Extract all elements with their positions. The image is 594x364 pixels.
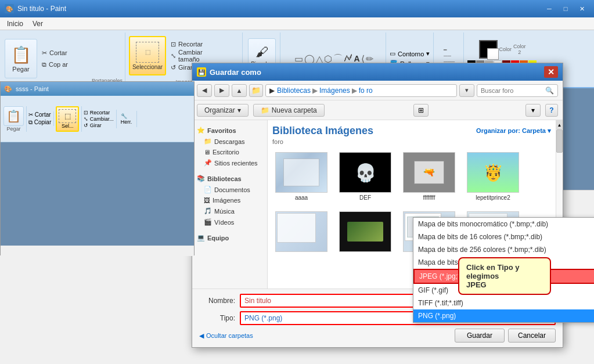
forward-btn[interactable]: ▶ bbox=[214, 84, 229, 97]
size-lines: ━───── bbox=[444, 47, 455, 64]
computer-icon: 💻 bbox=[197, 234, 205, 242]
window-title: Sin titulo - Paint bbox=[17, 5, 542, 13]
search-icon[interactable]: 🔍 bbox=[545, 87, 554, 95]
file-def[interactable]: 💀 DEF bbox=[336, 150, 394, 203]
crop-icon: ⊡ bbox=[171, 41, 176, 48]
second-status bbox=[1, 246, 194, 256]
recent-icon: 📌 bbox=[204, 159, 212, 167]
images-icon: 🖼 bbox=[204, 197, 210, 204]
dialog-close-btn[interactable]: ✕ bbox=[544, 66, 558, 78]
desktop-item[interactable]: 🖥 Escritorio bbox=[192, 147, 267, 157]
dialog-icon: 💾 bbox=[197, 67, 206, 77]
menu-inicio[interactable]: Inicio bbox=[2, 19, 28, 29]
scissors-icon: ✂ bbox=[42, 49, 47, 57]
second-title-bar: 🎨 ssss - Paint bbox=[1, 82, 194, 96]
menu-ver[interactable]: Ver bbox=[28, 19, 48, 29]
search-input[interactable] bbox=[481, 87, 545, 94]
second-paint-window: 🎨 ssss - Paint 📋 Pegar ✂ Cortar ⧉ Copiar… bbox=[0, 81, 195, 255]
addr-libraries[interactable]: Bibliotecas bbox=[277, 87, 311, 95]
cut-button[interactable]: ✂ Cortar bbox=[39, 48, 92, 58]
dialog-title-bar: 💾 Guardar como ✕ bbox=[192, 63, 563, 81]
organize-by: Organizar por: Carpeta ▾ bbox=[476, 127, 551, 135]
library-icon: 📚 bbox=[197, 175, 205, 182]
recortar-button[interactable]: ⊡ Recortar bbox=[168, 39, 221, 49]
close-btn[interactable]: ✕ bbox=[574, 3, 589, 15]
cancelar-btn[interactable]: Cancelar bbox=[508, 329, 556, 343]
copy-icon: ⧉ bbox=[42, 61, 46, 69]
copy-button[interactable]: ⧉ Cop ar bbox=[39, 59, 92, 70]
dialog-toolbar: ◀ ▶ ▲ 📁 ▶ Bibliotecas ▶ Imágenes ▶ fo ro… bbox=[192, 81, 563, 100]
computer-header[interactable]: 💻 Equipo bbox=[192, 232, 267, 243]
view-dropdown-btn[interactable]: ▾ bbox=[525, 104, 541, 117]
thumb-prince: 🤴 bbox=[467, 152, 519, 193]
color1-swatch[interactable] bbox=[479, 40, 498, 59]
app-icon: 🎨 bbox=[5, 4, 14, 13]
images-item[interactable]: 🖼 Imágenes bbox=[192, 195, 267, 206]
back-btn[interactable]: ◀ bbox=[197, 84, 212, 97]
documents-item[interactable]: 📄 Documentos bbox=[192, 184, 267, 195]
paint-window-background: 🎨 Sin titulo - Paint ─ □ ✕ Inicio Ver 📋 … bbox=[0, 0, 594, 364]
address-bar: ▶ Bibliotecas ▶ Imágenes ▶ fo ro bbox=[265, 84, 457, 97]
dialog-title-text: Guardar como bbox=[210, 68, 544, 77]
libraries-header[interactable]: 📚 Bibliotecas bbox=[192, 173, 267, 184]
menu-bar: Inicio Ver bbox=[0, 17, 594, 30]
view-toggle-btn[interactable]: ⊞ bbox=[413, 104, 429, 117]
videos-item[interactable]: 🎬 Vídeos bbox=[192, 217, 267, 228]
addr-images[interactable]: Imágenes bbox=[319, 87, 350, 95]
favorites-header[interactable]: ⭐ Favoritos bbox=[192, 125, 267, 136]
window-controls: ─ □ ✕ bbox=[542, 3, 589, 15]
contorno-row: ▭ Contorno ▾ bbox=[390, 50, 430, 57]
file-screen2[interactable] bbox=[272, 209, 330, 256]
nombre-label: Nombre: bbox=[199, 297, 240, 305]
expand-icon: ◀ bbox=[199, 332, 204, 340]
up-btn[interactable]: ▲ bbox=[232, 84, 247, 97]
dropdown-item-1[interactable]: Mapa de bits de 16 colores (*.bmp;*.dib) bbox=[413, 230, 594, 243]
maximize-btn[interactable]: □ bbox=[558, 3, 573, 15]
ocultar-carpetas-btn[interactable]: ◀ Ocultar carpetas bbox=[199, 332, 253, 340]
recent-sites-item[interactable]: 📌 Sitios recientes bbox=[192, 157, 267, 168]
desktop-icon: 🖥 bbox=[204, 149, 210, 156]
library-title: Biblioteca Imágenes Organizar por: Carpe… bbox=[272, 125, 551, 137]
resize-button[interactable]: ⤡ Cambiar tamaño bbox=[168, 51, 221, 61]
dropdown-item-6[interactable]: TIFF (*.tif;*.tiff) bbox=[413, 297, 594, 309]
thumb-def: 💀 bbox=[339, 152, 391, 193]
scroll-thumb[interactable] bbox=[556, 129, 563, 153]
addr-folder[interactable]: fo ro bbox=[359, 87, 373, 95]
new-folder-btn[interactable]: 📁 Nueva carpeta bbox=[253, 104, 325, 117]
addr-dropdown-btn[interactable]: ▾ bbox=[459, 84, 474, 97]
file-aaaa[interactable]: aaaa bbox=[272, 150, 330, 203]
minimize-btn[interactable]: ─ bbox=[542, 3, 557, 15]
computer-section: 💻 Equipo bbox=[192, 232, 267, 243]
save-dialog: 💾 Guardar como ✕ ◀ ▶ ▲ 📁 ▶ Bibliotecas ▶… bbox=[192, 63, 563, 348]
docs-icon: 📄 bbox=[204, 186, 212, 193]
scroll-up-btn[interactable]: ▲ bbox=[556, 120, 563, 129]
second-ribbon: 📋 Pegar ✂ Cortar ⧉ Copiar ⬚ Sel... ⊡ Rec… bbox=[1, 96, 194, 142]
second-canvas bbox=[1, 142, 194, 246]
organize-chevron: ▾ bbox=[237, 106, 241, 114]
color2-label: Color2 bbox=[513, 44, 526, 55]
grid-subpath: foro bbox=[272, 138, 551, 145]
view-icon: ⊞ bbox=[418, 106, 424, 114]
folder-btn[interactable]: 📁 bbox=[249, 84, 263, 97]
rotate-icon: ↺ bbox=[171, 64, 176, 71]
select-button[interactable]: ⬚ Seleccionar bbox=[129, 36, 166, 75]
dropdown-item-0[interactable]: Mapa de bits monocromático (*.bmp;*.dib) bbox=[413, 218, 594, 230]
star-icon: ⭐ bbox=[197, 127, 205, 134]
organize-btn[interactable]: Organizar ▾ bbox=[197, 104, 249, 117]
thumb-dark bbox=[339, 211, 391, 252]
file-dark[interactable] bbox=[336, 209, 394, 256]
music-item[interactable]: 🎵 Música bbox=[192, 206, 267, 217]
title-bar-main: 🎨 Sin titulo - Paint ─ □ ✕ bbox=[0, 0, 594, 17]
favorites-section: ⭐ Favoritos 📁 Descargas 🖥 Escritorio 📌 S… bbox=[192, 125, 267, 168]
help-btn[interactable]: ? bbox=[545, 104, 558, 117]
file-fff[interactable]: 🔫 ffffffff bbox=[400, 150, 458, 203]
downloads-item[interactable]: 📁 Descargas bbox=[192, 136, 267, 147]
form-action-buttons: Guardar Cancelar bbox=[455, 329, 556, 343]
thumb-screen2 bbox=[275, 211, 327, 252]
guardar-btn[interactable]: Guardar bbox=[455, 329, 505, 343]
paste-button[interactable]: 📋 Pegar bbox=[5, 39, 37, 78]
file-prince[interactable]: 🤴 lepetitprince2 bbox=[464, 150, 522, 203]
resize-icon: ⤡ bbox=[171, 52, 176, 60]
dropdown-item-2[interactable]: Mapa de bits de 256 colores (*.bmp;*.dib… bbox=[413, 243, 594, 256]
dropdown-item-7[interactable]: PNG (*.png) bbox=[413, 309, 594, 322]
